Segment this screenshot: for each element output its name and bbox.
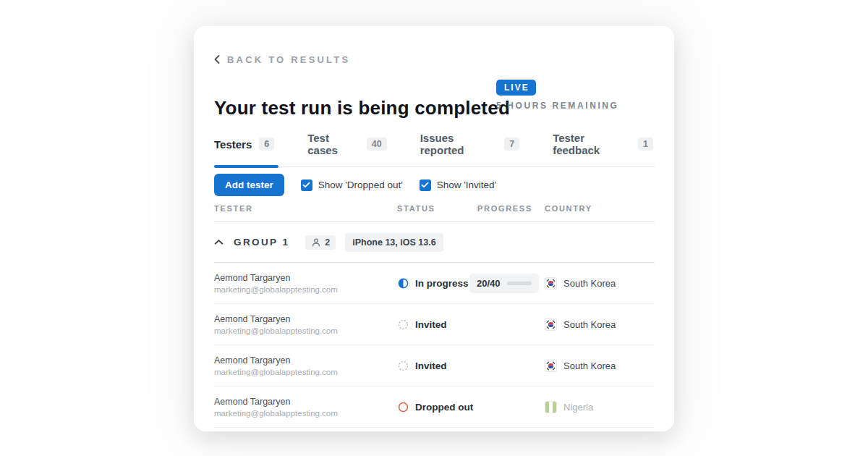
device-chip: iPhone 13, iOS 13.6: [345, 233, 443, 252]
time-remaining: 5 HOURS REMAINING: [496, 101, 619, 111]
column-header-tester: TESTER: [214, 204, 397, 213]
checkbox-checked-icon[interactable]: [420, 180, 431, 191]
group-member-count-badge: 2: [305, 235, 336, 250]
tab-issues-reported[interactable]: Issues reported 7: [420, 130, 522, 166]
country-label: South Korea: [563, 278, 616, 289]
tester-name: Aemond Targaryen: [214, 397, 397, 407]
tester-email: marketing@globalapptesting.com: [214, 409, 397, 418]
south-korea-flag-icon: [545, 318, 557, 331]
country-label: South Korea: [563, 360, 616, 371]
live-status-block: LIVE 5 HOURS REMAINING: [496, 80, 619, 111]
in-progress-icon: [397, 277, 409, 290]
tester-cell: Aemond Targaryen marketing@globalapptest…: [214, 314, 397, 335]
column-header-progress: PROGRESS: [477, 204, 545, 213]
tester-cell: Aemond Targaryen marketing@globalapptest…: [214, 355, 397, 376]
status-cell: In progress: [397, 277, 477, 290]
tester-cell: Aemond Targaryen marketing@globalapptest…: [214, 273, 397, 294]
status-label: Dropped out: [415, 402, 473, 413]
table-row: Aemond Targaryen marketing@globalapptest…: [214, 345, 655, 387]
checkbox-checked-icon[interactable]: [301, 180, 312, 191]
tab-count-badge: 6: [259, 138, 274, 151]
invited-icon: [397, 318, 409, 331]
tester-name: Aemond Targaryen: [214, 355, 397, 366]
filter-show-dropped-out[interactable]: Show 'Dropped out': [301, 180, 403, 191]
tester-name: Aemond Targaryen: [214, 314, 397, 324]
tab-tester-feedback[interactable]: Tester feedback 1: [553, 130, 655, 166]
tab-label: Issues reported: [420, 132, 498, 156]
country-cell: Nigeria: [545, 401, 655, 413]
person-icon: [311, 237, 321, 248]
invited-icon: [397, 360, 409, 372]
country-label: South Korea: [563, 319, 616, 330]
page-background: BACK TO RESULTS LIVE 5 HOURS REMAINING Y…: [0, 0, 868, 456]
south-korea-flag-icon: [545, 277, 557, 290]
tester-email: marketing@globalapptesting.com: [214, 368, 397, 376]
tester-cell: Aemond Targaryen marketing@globalapptest…: [214, 397, 397, 418]
toolbar: Add tester Show 'Dropped out' Show 'Invi…: [214, 174, 655, 196]
add-tester-button[interactable]: Add tester: [214, 174, 284, 196]
group-member-count: 2: [325, 237, 330, 248]
tester-email: marketing@globalapptesting.com: [214, 326, 397, 335]
country-cell: South Korea: [545, 277, 655, 290]
progress-count: 20/40: [477, 278, 501, 289]
tab-testers[interactable]: Testers 6: [214, 130, 276, 166]
country-cell: South Korea: [545, 318, 655, 331]
column-header-country: COUNTRY: [545, 204, 655, 213]
table-row: Aemond Targaryen marketing@globalapptest…: [214, 263, 655, 304]
tab-label: Testers: [214, 138, 252, 151]
chevron-left-icon: [214, 55, 220, 64]
tab-bar: Testers 6 Test cases 40 Issues reported …: [214, 130, 655, 167]
tab-label: Tester feedback: [553, 132, 631, 156]
tab-label: Test cases: [307, 132, 359, 156]
empty-table-row: [214, 428, 655, 441]
progress-cell: 20/40: [477, 274, 545, 293]
status-cell: Invited: [397, 318, 477, 331]
back-link-label: BACK TO RESULTS: [227, 54, 350, 65]
live-badge: LIVE: [496, 80, 536, 96]
tester-name: Aemond Targaryen: [214, 273, 397, 283]
filter-show-invited[interactable]: Show 'Invited': [420, 180, 496, 191]
country-cell: South Korea: [545, 360, 655, 372]
progress-bar: [507, 282, 532, 285]
table-row: Aemond Targaryen marketing@globalapptest…: [214, 387, 655, 428]
country-label: Nigeria: [563, 402, 593, 413]
status-label: Invited: [415, 319, 447, 330]
tester-email: marketing@globalapptesting.com: [214, 285, 397, 294]
south-korea-flag-icon: [545, 360, 557, 372]
dropped-out-icon: [397, 401, 409, 413]
tab-test-cases[interactable]: Test cases 40: [307, 130, 388, 166]
table-row: Aemond Targaryen marketing@globalapptest…: [214, 304, 655, 345]
filter-label: Show 'Invited': [437, 180, 496, 190]
back-to-results-link[interactable]: BACK TO RESULTS: [214, 54, 350, 65]
nigeria-flag-icon: [545, 401, 557, 413]
group-header-row[interactable]: GROUP 1 2 iPhone 13, iOS 13.6: [214, 222, 655, 263]
filter-label: Show 'Dropped out': [318, 180, 403, 190]
column-header-status: STATUS: [397, 204, 477, 213]
status-cell: Invited: [397, 360, 477, 372]
table-header-row: TESTER STATUS PROGRESS COUNTRY: [214, 203, 655, 222]
tab-count-badge: 1: [638, 138, 653, 151]
status-cell: Dropped out: [397, 401, 477, 413]
test-run-card: BACK TO RESULTS LIVE 5 HOURS REMAINING Y…: [194, 26, 674, 431]
tab-count-badge: 7: [504, 138, 519, 151]
chevron-up-icon[interactable]: [214, 239, 224, 245]
status-label: In progress: [415, 278, 469, 289]
status-label: Invited: [415, 360, 447, 371]
progress-chip: 20/40: [469, 274, 539, 293]
tab-count-badge: 40: [367, 138, 387, 151]
group-name: GROUP 1: [234, 237, 289, 248]
